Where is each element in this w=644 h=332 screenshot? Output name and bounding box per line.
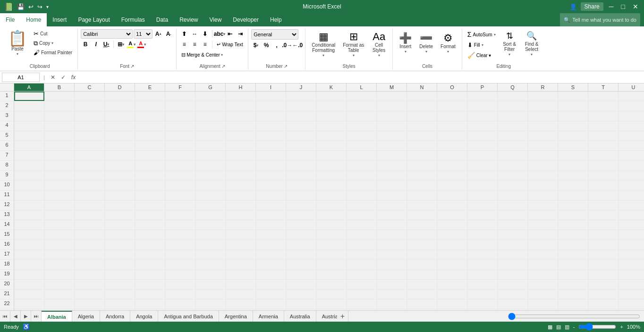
cell-P1[interactable]: [467, 91, 498, 101]
cell-K19[interactable]: [316, 270, 347, 279]
cell-J1[interactable]: [286, 91, 316, 101]
cell-N5[interactable]: [407, 131, 437, 141]
cell-K16[interactable]: [316, 240, 347, 249]
cell-R20[interactable]: [528, 280, 558, 289]
cell-B17[interactable]: [44, 250, 75, 259]
cell-S12[interactable]: [558, 200, 588, 210]
cell-M20[interactable]: [377, 280, 407, 289]
cell-D13[interactable]: [105, 210, 135, 220]
cell-I1[interactable]: [256, 91, 286, 101]
cell-R11[interactable]: [528, 191, 558, 200]
row-num-13[interactable]: 13: [0, 210, 14, 220]
cell-J5[interactable]: [286, 131, 316, 141]
underline-button[interactable]: U▾: [102, 40, 111, 49]
cell-F9[interactable]: [165, 171, 195, 180]
cell-N16[interactable]: [407, 240, 437, 249]
cell-B8[interactable]: [44, 161, 75, 170]
cell-R12[interactable]: [528, 200, 558, 210]
cell-A12[interactable]: [14, 200, 44, 210]
sheet-tab-angola[interactable]: Angola: [130, 311, 158, 322]
cell-R4[interactable]: [528, 121, 558, 131]
cell-O19[interactable]: [437, 270, 467, 279]
decrease-decimal-button[interactable]: ←.0: [293, 41, 302, 50]
row-num-header-corner[interactable]: [0, 83, 14, 91]
autosum-button[interactable]: Σ AutoSum ▾: [465, 29, 498, 40]
cell-H10[interactable]: [226, 181, 256, 190]
cell-D22[interactable]: [105, 299, 135, 309]
cell-A21[interactable]: [14, 290, 44, 299]
cell-Q17[interactable]: [498, 250, 528, 259]
cell-O2[interactable]: [437, 101, 467, 111]
cell-J4[interactable]: [286, 121, 316, 131]
cell-S9[interactable]: [558, 171, 588, 180]
font-size-select[interactable]: 11: [134, 29, 153, 39]
cell-P4[interactable]: [467, 121, 498, 131]
number-format-select[interactable]: General: [251, 29, 298, 40]
cell-R1[interactable]: [528, 91, 558, 101]
cell-O22[interactable]: [437, 299, 467, 309]
cancel-formula-button[interactable]: ✕: [49, 74, 57, 81]
cell-A18[interactable]: [14, 260, 44, 269]
cell-F12[interactable]: [165, 200, 195, 210]
cell-F1[interactable]: [165, 91, 195, 101]
cell-Q10[interactable]: [498, 181, 528, 190]
clear-button[interactable]: 🧹 Clear ▾: [465, 50, 498, 60]
row-num-20[interactable]: 20: [0, 280, 14, 289]
cell-A14[interactable]: [14, 220, 44, 230]
cell-F6[interactable]: [165, 141, 195, 150]
cell-L11[interactable]: [347, 191, 377, 200]
align-left-button[interactable]: ≡: [179, 40, 189, 49]
cell-Q1[interactable]: [498, 91, 528, 101]
cell-Q2[interactable]: [498, 101, 528, 111]
cell-R18[interactable]: [528, 260, 558, 269]
cell-N6[interactable]: [407, 141, 437, 150]
cell-J2[interactable]: [286, 101, 316, 111]
menu-home[interactable]: Home: [20, 13, 47, 26]
cell-P5[interactable]: [467, 131, 498, 141]
cell-K9[interactable]: [316, 171, 347, 180]
cell-M3[interactable]: [377, 111, 407, 121]
cell-I8[interactable]: [256, 161, 286, 170]
indent-increase-button[interactable]: ⇥: [236, 29, 245, 39]
cell-M7[interactable]: [377, 151, 407, 160]
cell-S3[interactable]: [558, 111, 588, 121]
col-header-P[interactable]: P: [467, 83, 498, 91]
cell-L1[interactable]: [347, 91, 377, 101]
col-header-L[interactable]: L: [347, 83, 377, 91]
cell-N7[interactable]: [407, 151, 437, 160]
cell-U5[interactable]: [619, 131, 644, 141]
cell-F18[interactable]: [165, 260, 195, 269]
cell-I10[interactable]: [256, 181, 286, 190]
cell-K7[interactable]: [316, 151, 347, 160]
cell-I21[interactable]: [256, 290, 286, 299]
cell-U18[interactable]: [619, 260, 644, 269]
cell-C11[interactable]: [75, 191, 105, 200]
cell-G17[interactable]: [195, 250, 226, 259]
cell-E18[interactable]: [135, 260, 165, 269]
cell-B11[interactable]: [44, 191, 75, 200]
decrease-font-button[interactable]: A-: [164, 29, 173, 39]
cell-A16[interactable]: [14, 240, 44, 249]
cell-A7[interactable]: [14, 151, 44, 160]
cell-B5[interactable]: [44, 131, 75, 141]
cell-S4[interactable]: [558, 121, 588, 131]
delete-button[interactable]: ➖ Delete ▾: [416, 29, 436, 58]
cell-D7[interactable]: [105, 151, 135, 160]
cell-S18[interactable]: [558, 260, 588, 269]
cell-F14[interactable]: [165, 220, 195, 230]
cell-N4[interactable]: [407, 121, 437, 131]
sheet-tab-algeria[interactable]: Algeria: [72, 311, 100, 322]
cell-U19[interactable]: [619, 270, 644, 279]
cell-O14[interactable]: [437, 220, 467, 230]
cell-U22[interactable]: [619, 299, 644, 309]
cell-K18[interactable]: [316, 260, 347, 269]
row-num-19[interactable]: 19: [0, 270, 14, 279]
menu-view[interactable]: View: [204, 13, 228, 26]
cell-P20[interactable]: [467, 280, 498, 289]
cell-F17[interactable]: [165, 250, 195, 259]
cell-S14[interactable]: [558, 220, 588, 230]
cell-D1[interactable]: [105, 91, 135, 101]
cell-C3[interactable]: [75, 111, 105, 121]
cell-E20[interactable]: [135, 280, 165, 289]
cell-C21[interactable]: [75, 290, 105, 299]
